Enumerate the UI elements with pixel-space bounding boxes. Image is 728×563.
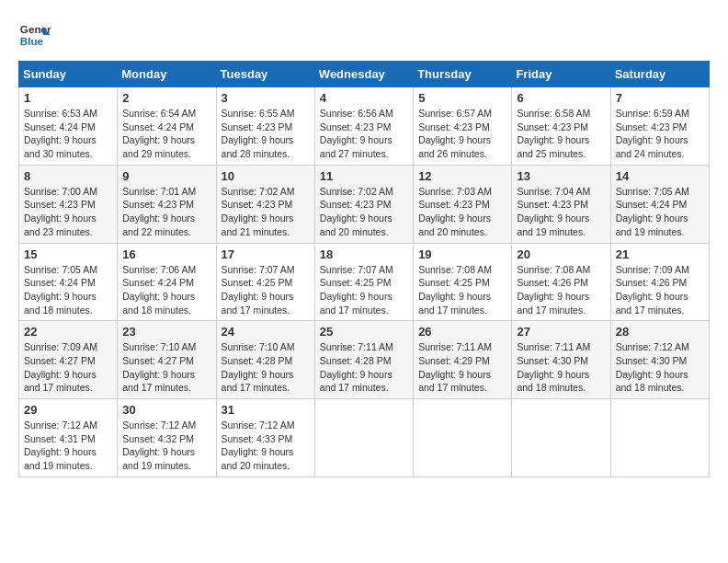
day-number: 4 [320, 91, 408, 105]
day-info: Sunrise: 6:55 AMSunset: 4:23 PMDaylight:… [222, 108, 295, 159]
calendar-cell: 21 Sunrise: 7:09 AMSunset: 4:26 PMDaylig… [610, 243, 709, 321]
day-number: 7 [616, 91, 704, 105]
calendar-cell: 26 Sunrise: 7:11 AMSunset: 4:29 PMDaylig… [414, 321, 512, 399]
calendar-table: SundayMondayTuesdayWednesdayThursdayFrid… [18, 61, 710, 477]
calendar-cell: 9 Sunrise: 7:01 AMSunset: 4:23 PMDayligh… [118, 165, 216, 243]
calendar-cell: 6 Sunrise: 6:58 AMSunset: 4:23 PMDayligh… [512, 87, 610, 166]
header: General Blue [18, 18, 710, 52]
day-info: Sunrise: 6:54 AMSunset: 4:24 PMDaylight:… [122, 108, 196, 159]
day-header-friday: Friday [512, 62, 610, 87]
calendar-cell [512, 399, 610, 477]
day-info: Sunrise: 7:02 AMSunset: 4:23 PMDaylight:… [222, 186, 295, 237]
day-number: 8 [24, 169, 112, 183]
calendar-cell: 14 Sunrise: 7:05 AMSunset: 4:24 PMDaylig… [610, 165, 709, 243]
calendar-cell: 2 Sunrise: 6:54 AMSunset: 4:24 PMDayligh… [118, 87, 216, 166]
day-header-sunday: Sunday [19, 62, 118, 87]
day-number: 30 [122, 403, 210, 417]
calendar-cell: 7 Sunrise: 6:59 AMSunset: 4:23 PMDayligh… [610, 87, 709, 166]
day-info: Sunrise: 7:12 AMSunset: 4:31 PMDaylight:… [24, 419, 97, 471]
day-info: Sunrise: 7:11 AMSunset: 4:29 PMDaylight:… [418, 341, 492, 393]
day-number: 23 [122, 325, 210, 339]
calendar-cell: 18 Sunrise: 7:07 AMSunset: 4:25 PMDaylig… [314, 243, 413, 321]
day-info: Sunrise: 6:59 AMSunset: 4:23 PMDaylight:… [616, 108, 689, 159]
day-number: 14 [616, 169, 704, 183]
calendar-cell [314, 399, 413, 477]
day-info: Sunrise: 7:05 AMSunset: 4:24 PMDaylight:… [24, 264, 97, 316]
calendar-cell: 31 Sunrise: 7:12 AMSunset: 4:33 PMDaylig… [216, 399, 314, 477]
calendar-cell: 23 Sunrise: 7:10 AMSunset: 4:27 PMDaylig… [118, 321, 216, 399]
day-info: Sunrise: 6:58 AMSunset: 4:23 PMDaylight:… [517, 108, 590, 159]
day-info: Sunrise: 6:53 AMSunset: 4:24 PMDaylight:… [24, 108, 97, 159]
logo: General Blue [18, 18, 51, 52]
day-info: Sunrise: 7:07 AMSunset: 4:25 PMDaylight:… [222, 264, 295, 316]
day-number: 21 [616, 247, 704, 261]
day-info: Sunrise: 7:03 AMSunset: 4:23 PMDaylight:… [418, 186, 492, 237]
day-number: 9 [122, 169, 210, 183]
calendar-cell: 29 Sunrise: 7:12 AMSunset: 4:31 PMDaylig… [19, 399, 118, 477]
day-info: Sunrise: 7:09 AMSunset: 4:26 PMDaylight:… [616, 264, 689, 316]
svg-text:Blue: Blue [20, 35, 44, 47]
calendar-cell [414, 399, 512, 477]
day-header-saturday: Saturday [610, 62, 709, 87]
day-header-tuesday: Tuesday [216, 62, 314, 87]
day-number: 15 [24, 247, 112, 261]
day-number: 17 [222, 247, 310, 261]
day-number: 25 [320, 325, 408, 339]
day-info: Sunrise: 7:12 AMSunset: 4:30 PMDaylight:… [616, 341, 689, 393]
day-number: 13 [517, 169, 605, 183]
logo-icon: General Blue [18, 18, 51, 52]
day-number: 6 [517, 91, 605, 105]
calendar-cell: 5 Sunrise: 6:57 AMSunset: 4:23 PMDayligh… [414, 87, 512, 166]
calendar-cell: 11 Sunrise: 7:02 AMSunset: 4:23 PMDaylig… [314, 165, 413, 243]
day-info: Sunrise: 7:05 AMSunset: 4:24 PMDaylight:… [616, 186, 689, 237]
day-info: Sunrise: 7:08 AMSunset: 4:26 PMDaylight:… [517, 264, 590, 316]
day-header-wednesday: Wednesday [314, 62, 413, 87]
day-info: Sunrise: 7:04 AMSunset: 4:23 PMDaylight:… [517, 186, 590, 237]
day-header-thursday: Thursday [414, 62, 512, 87]
day-info: Sunrise: 7:12 AMSunset: 4:32 PMDaylight:… [122, 419, 196, 471]
calendar-cell: 3 Sunrise: 6:55 AMSunset: 4:23 PMDayligh… [216, 87, 314, 166]
day-number: 27 [517, 325, 605, 339]
day-info: Sunrise: 7:11 AMSunset: 4:30 PMDaylight:… [517, 341, 590, 393]
day-info: Sunrise: 7:09 AMSunset: 4:27 PMDaylight:… [24, 341, 97, 393]
day-number: 24 [222, 325, 310, 339]
day-info: Sunrise: 6:57 AMSunset: 4:23 PMDaylight:… [418, 108, 492, 159]
day-number: 11 [320, 169, 408, 183]
day-header-monday: Monday [118, 62, 216, 87]
calendar-cell: 27 Sunrise: 7:11 AMSunset: 4:30 PMDaylig… [512, 321, 610, 399]
day-info: Sunrise: 7:08 AMSunset: 4:25 PMDaylight:… [418, 264, 492, 316]
calendar-cell: 16 Sunrise: 7:06 AMSunset: 4:24 PMDaylig… [118, 243, 216, 321]
calendar-cell: 13 Sunrise: 7:04 AMSunset: 4:23 PMDaylig… [512, 165, 610, 243]
day-number: 2 [122, 91, 210, 105]
calendar-cell: 12 Sunrise: 7:03 AMSunset: 4:23 PMDaylig… [414, 165, 512, 243]
day-info: Sunrise: 6:56 AMSunset: 4:23 PMDaylight:… [320, 108, 393, 159]
day-info: Sunrise: 7:10 AMSunset: 4:28 PMDaylight:… [222, 341, 295, 393]
day-number: 3 [222, 91, 310, 105]
day-number: 10 [222, 169, 310, 183]
calendar-cell: 28 Sunrise: 7:12 AMSunset: 4:30 PMDaylig… [610, 321, 709, 399]
calendar-cell: 17 Sunrise: 7:07 AMSunset: 4:25 PMDaylig… [216, 243, 314, 321]
calendar-cell: 25 Sunrise: 7:11 AMSunset: 4:28 PMDaylig… [314, 321, 413, 399]
calendar-cell: 24 Sunrise: 7:10 AMSunset: 4:28 PMDaylig… [216, 321, 314, 399]
day-info: Sunrise: 7:07 AMSunset: 4:25 PMDaylight:… [320, 264, 393, 316]
day-info: Sunrise: 7:10 AMSunset: 4:27 PMDaylight:… [122, 341, 196, 393]
day-info: Sunrise: 7:11 AMSunset: 4:28 PMDaylight:… [320, 341, 393, 393]
day-number: 28 [616, 325, 704, 339]
day-info: Sunrise: 7:01 AMSunset: 4:23 PMDaylight:… [122, 186, 196, 237]
calendar-cell: 10 Sunrise: 7:02 AMSunset: 4:23 PMDaylig… [216, 165, 314, 243]
calendar-cell: 1 Sunrise: 6:53 AMSunset: 4:24 PMDayligh… [19, 87, 118, 166]
day-number: 19 [418, 247, 506, 261]
calendar-cell: 19 Sunrise: 7:08 AMSunset: 4:25 PMDaylig… [414, 243, 512, 321]
calendar-cell: 4 Sunrise: 6:56 AMSunset: 4:23 PMDayligh… [314, 87, 413, 166]
calendar-cell: 22 Sunrise: 7:09 AMSunset: 4:27 PMDaylig… [19, 321, 118, 399]
day-number: 26 [418, 325, 506, 339]
day-number: 5 [418, 91, 506, 105]
day-info: Sunrise: 7:12 AMSunset: 4:33 PMDaylight:… [222, 419, 295, 471]
day-info: Sunrise: 7:06 AMSunset: 4:24 PMDaylight:… [122, 264, 196, 316]
calendar-cell: 20 Sunrise: 7:08 AMSunset: 4:26 PMDaylig… [512, 243, 610, 321]
day-number: 16 [122, 247, 210, 261]
day-info: Sunrise: 7:00 AMSunset: 4:23 PMDaylight:… [24, 186, 97, 237]
day-number: 18 [320, 247, 408, 261]
day-number: 31 [222, 403, 310, 417]
day-number: 20 [517, 247, 605, 261]
